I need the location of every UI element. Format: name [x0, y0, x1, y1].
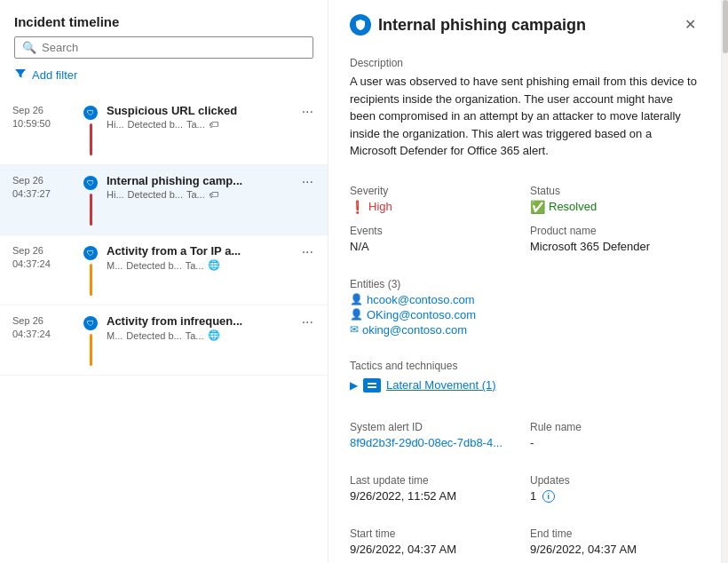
resolved-icon: ✅: [530, 200, 545, 214]
time-row: Start time 9/26/2022, 04:37 AM End time …: [350, 527, 700, 556]
timeline-item[interactable]: Sep 26 04:37:27 🛡 Internal phishing camp…: [0, 165, 328, 235]
timestamp: Sep 26 04:37:24: [12, 244, 75, 272]
shield-icon-large: [350, 14, 371, 36]
rule-label: Rule name: [530, 421, 700, 433]
close-button[interactable]: ✕: [681, 14, 700, 36]
incident-meta: M... Detected b... Ta... 🌐: [107, 329, 293, 341]
incident-meta: Hi... Detected b... Ta... 🏷: [107, 189, 293, 200]
status-value: ✅ Resolved: [530, 200, 700, 214]
updates-label: Updates: [530, 474, 700, 487]
last-update-label: Last update time: [350, 474, 519, 487]
incident-meta: Hi... Detected b... Ta... 🏷: [107, 119, 293, 130]
detail-title: Internal phishing campaign: [378, 16, 586, 35]
add-filter-button[interactable]: Add filter: [14, 66, 313, 84]
end-time-label: End time: [530, 527, 700, 540]
timeline-list: Sep 26 10:59:50 🛡 Suspicious URL clicked…: [0, 95, 328, 563]
tag-icon: 🌐: [208, 259, 220, 271]
rule-field: Rule name -: [530, 421, 700, 449]
timeline-item[interactable]: Sep 26 04:37:24 🛡 Activity from a Tor IP…: [0, 235, 328, 305]
incident-title: Activity from infrequen...: [107, 314, 293, 328]
mail-icon: ✉: [350, 323, 359, 336]
description-text: A user was observed to have sent phishin…: [350, 73, 700, 160]
more-options-button[interactable]: ···: [300, 174, 315, 190]
user-icon: 👤: [350, 308, 363, 321]
tactics-label: Tactics and techniques: [350, 360, 700, 372]
timestamp: Sep 26 04:37:27: [12, 174, 75, 202]
alert-id-label: System alert ID: [350, 421, 519, 433]
severity-bar: [90, 123, 92, 155]
detail-header: Internal phishing campaign ✕: [350, 14, 700, 36]
shield-icon: 🛡: [83, 246, 98, 260]
tag-icon: 🌐: [208, 329, 220, 341]
description-label: Description: [350, 57, 700, 69]
severity-bar: [90, 194, 92, 226]
product-field: Product name Microsoft 365 Defender: [530, 225, 700, 253]
timeline-connector: 🛡: [82, 106, 99, 155]
start-time-field: Start time 9/26/2022, 04:37 AM: [350, 527, 519, 556]
product-label: Product name: [530, 225, 700, 237]
add-filter-label: Add filter: [32, 68, 77, 82]
incident-info: Internal phishing camp... Hi... Detected…: [107, 174, 293, 200]
more-options-button[interactable]: ···: [300, 244, 315, 260]
severity-value: ❗ High: [350, 200, 519, 214]
alert-id-link[interactable]: 8f9d2b3f-29d0-08ec-7db8-4...: [350, 436, 519, 449]
last-update-field: Last update time 9/26/2022, 11:52 AM: [350, 474, 519, 504]
incident-info: Activity from infrequen... M... Detected…: [107, 314, 293, 341]
status-label: Status: [530, 185, 700, 197]
shield-icon: 🛡: [83, 316, 98, 330]
events-label: Events: [350, 225, 519, 237]
alert-id-field: System alert ID 8f9d2b3f-29d0-08ec-7db8-…: [350, 421, 519, 449]
timestamp: Sep 26 04:37:24: [12, 314, 75, 342]
info-icon[interactable]: i: [542, 490, 555, 503]
severity-bar: [90, 264, 92, 296]
severity-icon: ❗: [350, 200, 365, 214]
entity-link-3[interactable]: ✉ oking@contoso.com: [350, 323, 700, 337]
search-bar[interactable]: 🔍: [14, 36, 313, 59]
events-field: Events N/A: [350, 225, 519, 253]
incident-title: Suspicious URL clicked: [107, 104, 293, 117]
update-row: Last update time 9/26/2022, 11:52 AM Upd…: [350, 474, 700, 504]
events-value: N/A: [350, 240, 519, 253]
tactic-icon: [363, 378, 381, 393]
entities-section: Entities (3) 👤 hcook@contoso.com 👤 OKing…: [350, 278, 700, 338]
timeline-connector: 🛡: [82, 246, 99, 296]
events-product-row: Events N/A Product name Microsoft 365 De…: [350, 225, 700, 253]
severity-label: Severity: [350, 185, 519, 197]
svg-rect-1: [368, 386, 376, 388]
timeline-connector: 🛡: [82, 176, 99, 226]
tactics-section: Tactics and techniques ▶ Lateral Movemen…: [350, 360, 700, 396]
more-options-button[interactable]: ···: [300, 104, 315, 120]
chevron-right-icon: ▶: [350, 379, 358, 392]
incident-meta: M... Detected b... Ta... 🌐: [107, 259, 293, 271]
search-icon: 🔍: [22, 41, 36, 54]
status-field: Status ✅ Resolved: [530, 185, 700, 214]
severity-bar: [90, 334, 92, 366]
tag-icon: 🏷: [209, 189, 218, 200]
product-value: Microsoft 365 Defender: [530, 240, 700, 253]
alert-rule-row: System alert ID 8f9d2b3f-29d0-08ec-7db8-…: [350, 421, 700, 449]
tag-icon: 🏷: [209, 119, 218, 130]
rule-value: -: [530, 436, 700, 449]
tactic-label[interactable]: Lateral Movement (1): [386, 378, 496, 392]
entity-link-1[interactable]: 👤 hcook@contoso.com: [350, 293, 700, 306]
end-time-field: End time 9/26/2022, 04:37 AM: [530, 527, 700, 556]
detail-panel: Internal phishing campaign ✕ Description…: [328, 0, 721, 563]
shield-icon: 🛡: [83, 106, 98, 120]
tactic-item[interactable]: ▶ Lateral Movement (1): [350, 375, 700, 396]
incident-timeline-panel: Incident timeline 🔍 Add filter Sep 26 10…: [0, 0, 328, 563]
panel-title: Incident timeline: [0, 0, 328, 36]
timeline-item[interactable]: Sep 26 10:59:50 🛡 Suspicious URL clicked…: [0, 95, 328, 165]
timeline-item[interactable]: Sep 26 04:37:24 🛡 Activity from infreque…: [0, 305, 328, 376]
scrollbar[interactable]: [721, 0, 728, 563]
entities-label: Entities (3): [350, 278, 700, 290]
entity-link-2[interactable]: 👤 OKing@contoso.com: [350, 308, 700, 321]
severity-field: Severity ❗ High: [350, 185, 519, 214]
search-input[interactable]: [42, 41, 305, 54]
updates-value: 1 i: [530, 489, 700, 504]
scrollbar-thumb[interactable]: [723, 0, 728, 53]
incident-info: Suspicious URL clicked Hi... Detected b.…: [107, 104, 293, 130]
user-icon: 👤: [350, 293, 363, 305]
filter-icon: [14, 67, 27, 83]
incident-title: Activity from a Tor IP a...: [107, 244, 293, 258]
more-options-button[interactable]: ···: [300, 314, 315, 330]
